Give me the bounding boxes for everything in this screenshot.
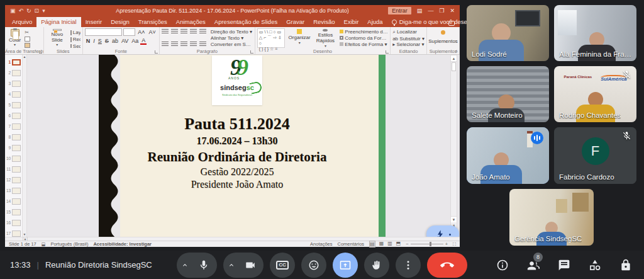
- shape-effects-button[interactable]: Efeitos de Forma ▾: [340, 42, 388, 47]
- slide-thumbnail[interactable]: 9: [5, 142, 22, 153]
- layout-button[interactable]: Layout: [70, 30, 80, 35]
- minimize-button[interactable]: —: [428, 8, 433, 14]
- clipboard-dialog-launcher[interactable]: [39, 50, 42, 54]
- shape-fill-button[interactable]: Preenchimento da Forma ▾: [340, 29, 388, 35]
- shrink-font-icon[interactable]: A˅: [148, 29, 157, 35]
- zoom-out-icon[interactable]: −: [406, 241, 408, 247]
- captions-button[interactable]: CC: [270, 253, 295, 278]
- reset-button[interactable]: Redefinir: [70, 37, 80, 42]
- font-size-input[interactable]: [123, 28, 135, 36]
- slide-canvas[interactable]: 99 ANOS sindsegsc Sindicato das Segurado…: [27, 55, 460, 237]
- slide-thumbnail[interactable]: 13: [5, 185, 22, 196]
- activities-button[interactable]: [588, 258, 602, 272]
- ribbon-tab-arquivo[interactable]: Arquivo: [8, 17, 36, 27]
- bold-button[interactable]: N: [85, 38, 92, 44]
- ribbon-tab-apresentação-de-slides[interactable]: Apresentação de Slides: [210, 17, 282, 27]
- comments-button[interactable]: Comentários: [338, 241, 365, 247]
- zoom-slider-knob[interactable]: [430, 242, 431, 246]
- grow-font-icon[interactable]: A˄: [136, 29, 146, 35]
- ribbon-tab-página-inicial[interactable]: Página Inicial: [36, 17, 81, 27]
- slide-thumbnail[interactable]: 8: [5, 132, 22, 142]
- section-button[interactable]: Seção▾: [70, 43, 80, 48]
- present-button[interactable]: [333, 253, 358, 278]
- font-dialog-launcher[interactable]: [155, 50, 158, 54]
- new-slide-button[interactable]: Novo Slide▾: [46, 28, 69, 48]
- justify-icon[interactable]: [190, 42, 197, 47]
- zoom-in-icon[interactable]: +: [445, 241, 448, 247]
- end-call-button[interactable]: [427, 253, 467, 278]
- thumbnails-scrollbar[interactable]: ▲▼: [23, 55, 27, 237]
- ribbon-tab-ajuda[interactable]: Ajuda: [363, 17, 387, 27]
- screen-annotation-button[interactable]: [426, 225, 459, 237]
- zoom-control[interactable]: − +: [406, 241, 448, 247]
- ribbon-tab-inserir[interactable]: Inserir: [81, 17, 106, 27]
- align-text-button[interactable]: Alinhar Texto ▾: [211, 35, 253, 41]
- change-case-button[interactable]: Aa: [130, 38, 140, 44]
- quick-styles-button[interactable]: Estilos Rápidos▾: [314, 28, 336, 48]
- italic-button[interactable]: I: [92, 38, 96, 44]
- shape-outline-button[interactable]: Contorno da Forma ▾: [340, 35, 388, 41]
- text-direction-button[interactable]: Direção do Texto ▾: [211, 29, 253, 35]
- reading-view-icon[interactable]: ▥: [387, 241, 392, 248]
- qat-more-icon[interactable]: ▾: [42, 5, 45, 16]
- arrange-button[interactable]: Organizar▾: [287, 28, 313, 48]
- slideshow-icon[interactable]: ⊡: [35, 5, 40, 16]
- ribbon-tab-transições[interactable]: Transições: [134, 17, 172, 27]
- slide-thumbnail[interactable]: 1: [5, 57, 22, 67]
- character-spacing-button[interactable]: AV: [120, 38, 130, 44]
- slide-thumbnail[interactable]: 4: [5, 89, 22, 100]
- select-button[interactable]: ▸ Selecionar ▾: [392, 42, 425, 47]
- ribbon-tab-exibir[interactable]: Exibir: [340, 17, 364, 27]
- ribbon-tab-animações[interactable]: Animações: [172, 17, 210, 27]
- accessibility-status[interactable]: Acessibilidade: Investigar: [93, 241, 152, 247]
- save-icon[interactable]: ▣: [10, 5, 16, 16]
- ribbon-tab-revisão[interactable]: Revisão: [309, 17, 339, 27]
- raise-hand-button[interactable]: [364, 253, 389, 278]
- slide-thumbnail[interactable]: 14: [5, 196, 22, 207]
- participant-tile[interactable]: Gerência SindsegSC: [509, 189, 594, 246]
- display-settings-icon[interactable]: ⬓: [42, 242, 46, 247]
- slide-thumbnail[interactable]: 16: [5, 217, 22, 228]
- replace-button[interactable]: ab Substituir ▾: [392, 36, 425, 42]
- slide-thumbnail[interactable]: 7: [5, 121, 22, 132]
- chat-button[interactable]: [557, 258, 571, 272]
- line-spacing-icon[interactable]: [199, 29, 206, 35]
- align-left-icon[interactable]: [162, 42, 169, 47]
- redo-icon[interactable]: ↻: [26, 5, 31, 16]
- columns-icon[interactable]: [199, 42, 206, 47]
- underline-button[interactable]: S: [97, 38, 103, 44]
- collapse-ribbon-icon[interactable]: ˄: [455, 49, 458, 54]
- participant-tile[interactable]: Ala Feminina da Frater...: [554, 5, 636, 61]
- language-status[interactable]: Português (Brasil): [50, 241, 88, 247]
- slide-thumbnail[interactable]: 3: [5, 78, 22, 89]
- decrease-indent-icon[interactable]: [180, 29, 187, 35]
- drawing-dialog-launcher[interactable]: [386, 50, 389, 54]
- find-button[interactable]: ⌕ Localizar: [392, 29, 425, 35]
- slide-sorter-icon[interactable]: ▦: [379, 241, 384, 248]
- slideshow-view-icon[interactable]: ⬒: [396, 241, 401, 248]
- fit-slide-icon[interactable]: ⛶: [453, 242, 456, 247]
- copy-icon[interactable]: [25, 37, 30, 42]
- paragraph-dialog-launcher[interactable]: [250, 50, 253, 54]
- align-right-icon[interactable]: [180, 42, 187, 47]
- slide-thumbnail[interactable]: 10: [5, 153, 22, 164]
- slide-thumbnail[interactable]: 2: [5, 67, 22, 78]
- participant-tile[interactable]: Salete Monteiro: [467, 66, 549, 122]
- slide-thumbnail[interactable]: 6: [5, 110, 22, 121]
- align-center-icon[interactable]: [171, 42, 178, 47]
- participant-tile[interactable]: Paraná ClínicasSulAmérica Rodrigo Chavan…: [554, 66, 636, 122]
- slide-thumbnail[interactable]: 12: [5, 174, 22, 185]
- ribbon-tab-gravar[interactable]: Gravar: [282, 17, 309, 27]
- normal-view-icon[interactable]: ▤: [369, 241, 375, 248]
- participant-tile[interactable]: João Amato: [467, 127, 549, 184]
- vertical-scrollbar[interactable]: ▲▼ ⇞ ⇟: [450, 55, 457, 237]
- font-name-input[interactable]: [85, 28, 122, 36]
- participant-tile[interactable]: Lodi Sodré: [467, 5, 549, 61]
- people-button[interactable]: 8: [526, 258, 540, 272]
- increase-indent-icon[interactable]: [190, 29, 197, 35]
- slide-thumbnail[interactable]: 11: [5, 164, 22, 174]
- strikethrough-button[interactable]: S: [104, 38, 110, 44]
- slide-thumbnail[interactable]: 17: [5, 228, 22, 237]
- mic-button[interactable]: [177, 253, 217, 278]
- shapes-gallery[interactable]: ▭ \ \ □ ○ ▭ △ ⌐ ⌒ ⇨ ⇩ ○ ( ) { } ☆ =: [257, 28, 285, 48]
